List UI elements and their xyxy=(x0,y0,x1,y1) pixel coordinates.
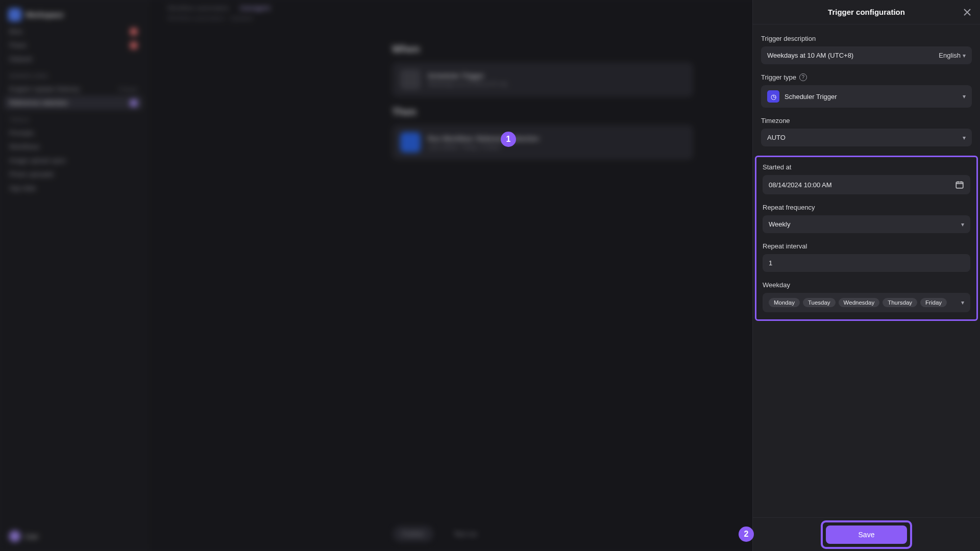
workspace-header[interactable]: Workspace xyxy=(4,5,142,24)
sidebar: Workspace Bots Flows Dataset WORKFLOWS E… xyxy=(0,0,147,551)
sidebar-item-workflows-tool[interactable]: Workflows xyxy=(4,140,142,154)
sidebar-item-reference-selection[interactable]: Reference selection xyxy=(4,96,142,110)
sidebar-user-footer[interactable]: User xyxy=(4,527,142,546)
scheduler-icon: ◷ xyxy=(767,90,779,103)
panel-body: Trigger description Weekdays at 10 AM (U… xyxy=(753,24,980,517)
user-avatar xyxy=(9,531,20,542)
chevron-down-icon: ▾ xyxy=(963,134,966,141)
weekday-chips: Monday Tuesday Wednesday Thursday Friday xyxy=(769,298,961,307)
chevron-down-icon: ▾ xyxy=(963,52,966,59)
calendar-icon xyxy=(955,180,964,189)
started-at-label: Started at xyxy=(763,163,970,171)
panel-header: Trigger configuration xyxy=(753,0,980,24)
workflow-run-icon xyxy=(400,132,421,153)
test-run-button[interactable]: Test run xyxy=(454,530,477,538)
chevron-down-icon: ▾ xyxy=(961,299,964,306)
sidebar-item-english-update[interactable]: English Update Delivery3 hours xyxy=(4,82,142,96)
weekday-chip-wednesday[interactable]: Wednesday xyxy=(839,298,880,307)
flow-trigger-card[interactable]: Scheduler Trigger Weekdays at 10 AM (UTC… xyxy=(392,62,693,97)
workspace-name: Workspace xyxy=(26,11,63,19)
sidebar-item-dataset[interactable]: Dataset xyxy=(4,52,142,66)
timezone-value: AUTO xyxy=(767,134,786,141)
weekday-chip-friday[interactable]: Friday xyxy=(920,298,947,307)
workspace-avatar xyxy=(8,8,21,21)
tab-useragent[interactable]: Useragent xyxy=(239,4,270,12)
timezone-select[interactable]: AUTO ▾ xyxy=(761,129,972,146)
scheduler-icon xyxy=(400,69,421,90)
sidebar-item-prompts[interactable]: Prompts xyxy=(4,126,142,140)
repeat-frequency-select[interactable]: Weekly ▾ xyxy=(763,215,970,233)
trigger-description-label: Trigger description xyxy=(761,35,972,42)
trigger-description-value: Weekdays at 10 AM (UTC+8) xyxy=(767,52,853,59)
bottom-action-bar: Publish Test run xyxy=(393,526,477,542)
repeat-interval-value: 1 xyxy=(769,259,772,267)
sidebar-item-app-data[interactable]: App data xyxy=(4,181,142,195)
repeat-frequency-value: Weekly xyxy=(769,220,790,228)
trigger-type-select[interactable]: ◷ Scheduler Trigger ▾ xyxy=(761,85,972,108)
flow-action-card[interactable]: Run Workflow: Reference selection Last e… xyxy=(392,125,693,160)
repeat-interval-input[interactable]: 1 xyxy=(763,254,970,272)
sidebar-item-bots[interactable]: Bots xyxy=(4,24,142,38)
tab-workflow-automation[interactable]: Workflow automation xyxy=(167,4,229,12)
trigger-description-input[interactable]: Weekdays at 10 AM (UTC+8) English ▾ xyxy=(761,46,972,64)
close-icon xyxy=(964,9,971,16)
trigger-type-label: Trigger type ? xyxy=(761,73,972,81)
sidebar-item-image-upload[interactable]: Image upload upon xyxy=(4,154,142,167)
sidebar-section-tools: TOOLS xyxy=(4,110,142,126)
weekday-label: Weekday xyxy=(763,281,970,289)
sidebar-item-flows[interactable]: Flows xyxy=(4,38,142,52)
trigger-type-value: Scheduler Trigger xyxy=(785,93,837,101)
badge-dot xyxy=(130,99,137,107)
weekday-select[interactable]: Monday Tuesday Wednesday Thursday Friday… xyxy=(763,293,970,312)
weekday-chip-thursday[interactable]: Thursday xyxy=(883,298,917,307)
repeat-frequency-label: Repeat frequency xyxy=(763,204,970,211)
sidebar-item-photo-uploader[interactable]: Photo uploader xyxy=(4,167,142,181)
started-at-input[interactable]: 08/14/2024 10:00 AM xyxy=(763,175,970,194)
info-icon[interactable]: ? xyxy=(799,73,807,81)
step-callout-2: 2 xyxy=(739,527,754,542)
chevron-down-icon: ▾ xyxy=(963,93,966,100)
save-button[interactable]: Save xyxy=(826,525,908,544)
weekday-chip-monday[interactable]: Monday xyxy=(769,298,800,307)
highlighted-schedule-section: Started at 08/14/2024 10:00 AM Repeat fr… xyxy=(755,156,978,321)
chevron-down-icon: ▾ xyxy=(961,221,964,228)
sidebar-section-workflows: WORKFLOWS xyxy=(4,66,142,82)
repeat-interval-label: Repeat interval xyxy=(763,242,970,250)
save-button-highlight: Save xyxy=(821,520,913,549)
badge-dot xyxy=(130,42,137,49)
trigger-config-panel: Trigger configuration Trigger descriptio… xyxy=(752,0,980,551)
timezone-label: Timezone xyxy=(761,117,972,124)
close-button[interactable] xyxy=(962,7,973,18)
panel-title: Trigger configuration xyxy=(828,8,905,16)
language-selector[interactable]: English ▾ xyxy=(939,52,966,59)
panel-footer: 2 Save xyxy=(753,517,980,551)
step-callout-1: 1 xyxy=(501,132,516,147)
weekday-chip-tuesday[interactable]: Tuesday xyxy=(803,298,836,307)
svg-rect-0 xyxy=(956,182,963,188)
badge-dot xyxy=(130,28,137,35)
publish-button[interactable]: Publish xyxy=(393,526,433,542)
user-name: User xyxy=(24,533,38,540)
started-at-value: 08/14/2024 10:00 AM xyxy=(769,181,832,189)
